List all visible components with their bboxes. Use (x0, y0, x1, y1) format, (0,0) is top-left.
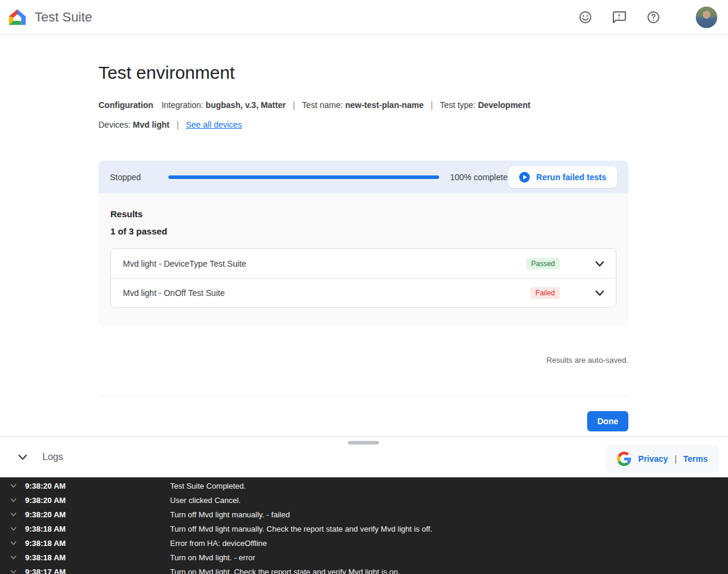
logs-list: 9:38:20 AM Test Suite Completed. 9:38:20… (0, 477, 728, 574)
header-actions (578, 7, 717, 28)
play-icon (519, 172, 530, 183)
log-message: Error from HA: deviceOffline (170, 539, 267, 548)
resize-handle[interactable] (348, 441, 379, 445)
logs-title: Logs (42, 452, 63, 462)
emoji-icon[interactable] (578, 10, 593, 24)
rerun-button-label: Rerun failed tests (536, 172, 606, 182)
log-row: 9:38:20 AM Turn off Mvd light manually. … (0, 507, 728, 521)
results-section: Results 1 of 3 passed Mvd light - Device… (98, 193, 628, 326)
separator: | (293, 100, 295, 110)
status-badge: Passed (526, 258, 560, 270)
collapse-logs-chevron-icon[interactable] (15, 449, 30, 465)
log-row: 9:38:18 AM Turn on Mvd light. - error (0, 550, 728, 564)
log-message: Turn on Mvd light. Check the report stat… (170, 567, 400, 574)
test-type-value: Development (478, 100, 530, 110)
done-button[interactable]: Done (587, 411, 628, 431)
integration-label: Integration: (162, 100, 203, 110)
test-name-label: Test name: (302, 100, 343, 110)
log-row: 9:38:20 AM User clicked Cancel. (0, 493, 728, 507)
log-timestamp: 9:38:18 AM (25, 524, 170, 533)
results-heading: Results (110, 209, 616, 219)
expand-log-chevron-icon[interactable] (9, 567, 18, 574)
configuration-line: Configuration Integration: bugbash, v.3,… (98, 99, 628, 111)
result-row[interactable]: Mvd light - OnOff Test Suite Failed (111, 278, 616, 307)
main-content: Test environment Configuration Integrati… (0, 35, 728, 436)
expand-log-chevron-icon[interactable] (9, 539, 18, 548)
log-timestamp: 9:38:18 AM (25, 553, 170, 562)
progress-bar-fill (168, 175, 439, 179)
log-message: Turn off Mvd light manually. Check the r… (170, 524, 433, 533)
status-bar: Stopped 100% complete Rerun failed tests (98, 161, 628, 193)
test-type-label: Test type: (440, 100, 476, 110)
see-all-devices-link[interactable]: See all devices (186, 120, 242, 129)
configuration-label: Configuration (98, 100, 153, 110)
result-row[interactable]: Mvd light - DeviceType Test Suite Passed (111, 249, 616, 278)
log-message: Turn on Mvd light. - error (170, 553, 255, 562)
result-name: Mvd light - DeviceType Test Suite (123, 259, 246, 269)
expand-log-chevron-icon[interactable] (9, 510, 18, 519)
status-badge: Failed (530, 287, 560, 299)
test-run-card: Stopped 100% complete Rerun failed tests… (98, 161, 628, 326)
app-header: Test Suite (0, 0, 728, 35)
expand-log-chevron-icon[interactable] (9, 553, 18, 562)
devices-value: Mvd light (133, 120, 169, 129)
google-home-logo-icon (8, 8, 26, 26)
privacy-link[interactable]: Privacy (638, 454, 668, 464)
log-message: User clicked Cancel. (170, 496, 241, 505)
log-message: Test Suite Completed. (170, 482, 246, 490)
chevron-down-icon[interactable] (593, 286, 606, 300)
log-timestamp: 9:38:20 AM (25, 510, 170, 519)
log-timestamp: 9:38:17 AM (25, 567, 170, 574)
separator: | (431, 100, 433, 110)
privacy-terms: Privacy | Terms (606, 445, 719, 473)
footer-divider (98, 396, 628, 396)
devices-label: Devices: (98, 120, 131, 129)
google-g-icon (617, 452, 631, 466)
log-row: 9:38:20 AM Test Suite Completed. (0, 479, 728, 493)
log-row: 9:38:18 AM Turn off Mvd light manually. … (0, 521, 728, 536)
logs-panel: Logs Privacy | Terms 9:38:20 AM Test Sui… (0, 436, 728, 574)
progress-text: 100% complete (450, 172, 508, 182)
log-timestamp: 9:38:20 AM (25, 482, 170, 490)
expand-log-chevron-icon[interactable] (9, 524, 18, 533)
avatar[interactable] (696, 7, 717, 28)
expand-log-chevron-icon[interactable] (9, 482, 18, 490)
results-summary: 1 of 3 passed (110, 226, 616, 236)
separator: | (674, 454, 677, 464)
feedback-icon[interactable] (612, 10, 627, 24)
help-icon[interactable] (646, 10, 661, 24)
app-title: Test Suite (35, 10, 92, 25)
result-name: Mvd light - OnOff Test Suite (123, 288, 225, 298)
autosave-note: Results are auto-saved. (98, 356, 628, 365)
log-timestamp: 9:38:18 AM (25, 539, 170, 548)
logs-header: Logs Privacy | Terms (0, 436, 728, 477)
log-row: 9:38:17 AM Turn on Mvd light. Check the … (0, 564, 728, 574)
results-list: Mvd light - DeviceType Test Suite Passed… (110, 248, 616, 308)
expand-log-chevron-icon[interactable] (9, 496, 18, 505)
integration-value: bugbash, v.3, Matter (206, 100, 286, 110)
log-message: Turn off Mvd light manually. - failed (170, 510, 290, 519)
chevron-down-icon[interactable] (593, 257, 606, 270)
log-timestamp: 9:38:20 AM (25, 496, 170, 505)
log-row: 9:38:18 AM Error from HA: deviceOffline (0, 536, 728, 550)
rerun-failed-tests-button[interactable]: Rerun failed tests (508, 166, 617, 188)
page-title: Test environment (98, 62, 628, 84)
test-name-value: new-test-plan-name (345, 100, 423, 110)
terms-link[interactable]: Terms (683, 454, 708, 464)
devices-line: Devices: Mvd light | See all devices (98, 119, 628, 131)
progress-bar (168, 175, 439, 179)
separator: | (177, 120, 179, 129)
run-state-label: Stopped (110, 172, 141, 182)
